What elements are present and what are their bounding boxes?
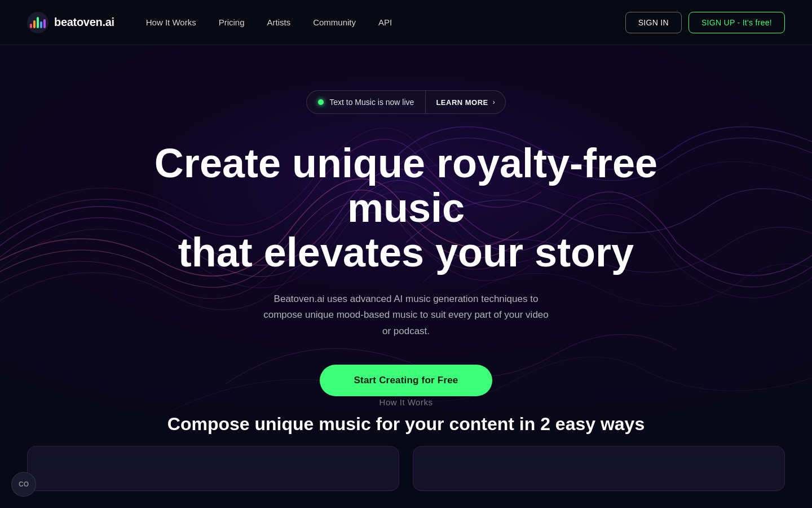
chevron-right-icon: › bbox=[493, 98, 495, 106]
nav-pricing[interactable]: Pricing bbox=[210, 13, 254, 32]
card-right bbox=[413, 446, 785, 491]
signin-button[interactable]: SIGN IN bbox=[625, 12, 682, 33]
signup-button[interactable]: SIGN UP - It's free! bbox=[689, 12, 785, 33]
learn-more-badge[interactable]: LEARN MORE › bbox=[426, 91, 505, 113]
logo-icon bbox=[27, 12, 48, 33]
logo-bar-5 bbox=[43, 19, 46, 28]
logo-bar-1 bbox=[30, 24, 32, 28]
cards-row bbox=[27, 446, 785, 491]
nav-community[interactable]: Community bbox=[304, 13, 365, 32]
logo-bars bbox=[30, 17, 46, 28]
how-it-works-heading: Compose unique music for your content in… bbox=[27, 414, 785, 435]
navbar-left: beatoven.ai How It Works Pricing Artists… bbox=[27, 12, 401, 33]
cta-button[interactable]: Start Creating for Free bbox=[320, 365, 492, 396]
brand-name: beatoven.ai bbox=[54, 16, 114, 29]
logo-link[interactable]: beatoven.ai bbox=[27, 12, 114, 33]
badge-left: Text to Music is now live bbox=[307, 91, 425, 113]
how-it-works-label: How It Works bbox=[27, 397, 785, 407]
card-left bbox=[27, 446, 399, 491]
hero-subtext: Beatoven.ai uses advanced AI music gener… bbox=[259, 291, 553, 340]
logo-bar-3 bbox=[37, 17, 39, 28]
logo-bar-4 bbox=[40, 21, 42, 28]
nav-how-it-works[interactable]: How It Works bbox=[137, 13, 205, 32]
bottom-badge[interactable]: CO bbox=[11, 472, 36, 497]
bottom-section: How It Works Compose unique music for yo… bbox=[0, 397, 812, 508]
nav-links: How It Works Pricing Artists Community A… bbox=[137, 17, 401, 28]
badge-text: Text to Music is now live bbox=[329, 98, 414, 107]
learn-more-label: LEARN MORE bbox=[436, 98, 488, 107]
hero-heading: Create unique royalty-free music that el… bbox=[152, 141, 660, 275]
nav-artists[interactable]: Artists bbox=[258, 13, 300, 32]
announcement-badge: Text to Music is now live LEARN MORE › bbox=[306, 90, 506, 114]
navbar: beatoven.ai How It Works Pricing Artists… bbox=[0, 0, 812, 45]
badge-dot bbox=[318, 99, 324, 105]
bottom-badge-label: CO bbox=[19, 480, 29, 488]
hero-heading-line2: that elevates your story bbox=[178, 230, 634, 275]
navbar-right: SIGN IN SIGN UP - It's free! bbox=[625, 12, 785, 33]
hero-section: Text to Music is now live LEARN MORE › C… bbox=[0, 45, 812, 508]
nav-api[interactable]: API bbox=[369, 13, 401, 32]
hero-heading-line1: Create unique royalty-free music bbox=[155, 141, 657, 230]
logo-bar-2 bbox=[33, 20, 36, 28]
